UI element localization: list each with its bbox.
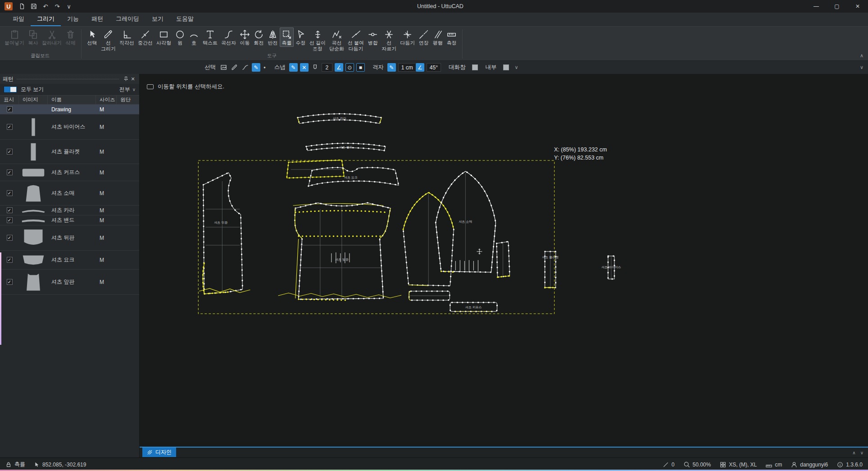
paste-button[interactable]: 붙여넣기: [3, 27, 26, 47]
options-overflow-button[interactable]: ∨: [860, 64, 863, 70]
close-panel-button[interactable]: ✕: [129, 76, 136, 82]
pen-select-toggle[interactable]: [230, 63, 239, 72]
user-status[interactable]: danggunyi6: [791, 462, 828, 468]
piece-front[interactable]: 셔츠 앞판: [199, 203, 401, 300]
piece-band[interactable]: 셔츠 밴드: [306, 143, 386, 151]
list-item-placket[interactable]: ✓ 셔츠 플라켓 M: [0, 140, 139, 164]
drawing-canvas[interactable]: 셔츠 카라 셔츠 밴드 셔츠 뒤판: [140, 74, 868, 447]
piece-placket[interactable]: 셔츠 플라켓: [542, 252, 559, 288]
menu-function[interactable]: 기능: [61, 13, 85, 26]
visibility-checkbox[interactable]: ✓: [7, 235, 13, 241]
undo-button[interactable]: ↶: [40, 0, 51, 13]
piece-bias[interactable]: 셔츠 바이어스: [601, 256, 621, 279]
filter-dropdown[interactable]: 전부 ∨: [119, 86, 136, 93]
curve-select-toggle[interactable]: [241, 63, 250, 72]
minimize-button[interactable]: —: [806, 0, 827, 13]
tool-line-draw[interactable]: 선 그리기: [99, 27, 118, 52]
sizes-status[interactable]: XS, (M), XL: [720, 462, 757, 468]
snap-endpoint-toggle[interactable]: ⊙: [345, 63, 354, 72]
tool-modify[interactable]: 수정: [294, 27, 308, 47]
list-item-front[interactable]: ✓ 셔츠 앞판 M: [0, 270, 139, 295]
piece-cuff-2[interactable]: 셔츠 커프스: [450, 302, 497, 311]
tool-text[interactable]: 텍스트: [201, 27, 219, 47]
tool-middle-line[interactable]: 중간선: [136, 27, 155, 47]
copy-button[interactable]: 복사: [26, 27, 40, 47]
redo-button[interactable]: ↷: [51, 0, 63, 13]
list-item-bias[interactable]: ✓ 셔츠 바이어스 M: [0, 114, 139, 140]
snap-pencil-toggle[interactable]: ✎: [289, 63, 298, 72]
tab-scroll-down-button[interactable]: ∨: [860, 450, 863, 455]
tool-arc[interactable]: 호: [187, 27, 201, 47]
menu-file[interactable]: 파일: [6, 13, 31, 26]
list-item-drawing[interactable]: ✓ Drawing M: [0, 105, 139, 114]
piece-back[interactable]: 셔츠 뒤판: [203, 173, 242, 294]
visibility-checkbox[interactable]: ✓: [7, 279, 13, 285]
tool-line-cut[interactable]: 선 자르기: [380, 27, 398, 52]
list-item-back[interactable]: ✓ 셔츠 뒤판 M: [0, 225, 139, 251]
tool-curve-simplify[interactable]: 곡선 단순화: [327, 27, 346, 52]
inner-checkbox[interactable]: [503, 64, 509, 70]
piece-sleeve-left[interactable]: [403, 192, 454, 286]
unit-status[interactable]: cm: [766, 462, 782, 468]
menu-grading[interactable]: 그레이딩: [109, 13, 145, 26]
tool-perpendicular-line[interactable]: 직각선: [118, 27, 136, 47]
pencil-select-toggle-active[interactable]: ✎: [252, 63, 260, 72]
selection-bounding-box[interactable]: [198, 160, 554, 314]
tool-line-length[interactable]: 선 길이 조정: [308, 27, 327, 52]
piece-sleeve-right[interactable]: 셔츠 소매: [436, 171, 495, 272]
tool-scale[interactable]: 측률: [280, 27, 294, 47]
tool-mirror[interactable]: 반전: [266, 27, 280, 47]
piece-collar[interactable]: 셔츠 카라: [298, 114, 382, 124]
visibility-checkbox[interactable]: ✓: [7, 257, 13, 263]
visibility-checkbox[interactable]: ✓: [7, 149, 13, 155]
image-select-toggle[interactable]: [219, 63, 228, 72]
quickbar-customize-button[interactable]: ∨: [63, 0, 75, 13]
menu-draw[interactable]: 그리기: [31, 13, 61, 26]
pin-panel-button[interactable]: [122, 76, 129, 82]
maximize-button[interactable]: ▢: [827, 0, 847, 13]
list-item-band[interactable]: ✓ 셔츠 밴드 M: [0, 215, 139, 225]
close-button[interactable]: ✕: [847, 0, 868, 13]
snap-angle-toggle[interactable]: ∠: [335, 63, 343, 72]
tool-rectangle[interactable]: 사각형: [155, 27, 173, 47]
grid-size-input[interactable]: 1 cm: [398, 63, 416, 72]
snap-magnet-toggle[interactable]: [311, 63, 319, 72]
snap-intersection-toggle[interactable]: ✕: [300, 63, 309, 72]
tool-extend[interactable]: 연장: [417, 27, 431, 47]
ribbon-collapse-button[interactable]: ∧: [860, 53, 863, 59]
new-file-button[interactable]: [16, 0, 28, 13]
menu-help[interactable]: 도움말: [170, 13, 200, 26]
grid-angle-input[interactable]: 45°: [427, 63, 441, 72]
tool-parallel[interactable]: 평행: [431, 27, 445, 47]
list-item-yoke[interactable]: ✓ 셔츠 요크 M: [0, 251, 139, 270]
tool-measure[interactable]: 측정: [445, 27, 459, 47]
visibility-checkbox[interactable]: ✓: [7, 106, 13, 112]
tool-curve-ruler[interactable]: 곡선자: [219, 27, 238, 47]
delete-button[interactable]: 삭제: [64, 27, 77, 47]
piece-small-strip[interactable]: [496, 242, 509, 277]
list-item-collar[interactable]: ✓ 셔츠 카라 M: [0, 206, 139, 215]
visibility-checkbox[interactable]: ✓: [7, 207, 13, 213]
cut-button[interactable]: 잘라내기: [40, 27, 64, 47]
tool-select[interactable]: 선택: [85, 27, 99, 47]
snap-fill-toggle[interactable]: ■: [356, 63, 365, 72]
menu-view[interactable]: 보기: [145, 13, 170, 26]
tool-rotate[interactable]: 회전: [252, 27, 266, 47]
visibility-checkbox[interactable]: ✓: [7, 190, 13, 196]
tool-circle[interactable]: 원: [173, 27, 187, 47]
dialog-checkbox[interactable]: [472, 64, 478, 70]
tool-line-attach-trim[interactable]: 선 붙여 다듬기: [346, 27, 366, 52]
tab-scroll-up-button[interactable]: ∧: [852, 450, 855, 455]
tool-trim[interactable]: 다듬기: [398, 27, 417, 47]
zoom-status[interactable]: 50.00%: [684, 462, 711, 468]
snap-tolerance-input[interactable]: 2: [322, 63, 332, 72]
show-all-toggle[interactable]: [4, 86, 17, 93]
list-item-sleeve[interactable]: ✓ 셔츠 소매 M: [0, 181, 139, 206]
tool-move[interactable]: 이동: [238, 27, 252, 47]
point-mode-icon[interactable]: ●: [264, 65, 266, 69]
tool-merge[interactable]: 병합: [366, 27, 380, 47]
list-item-cuffs[interactable]: ✓ 셔츠 커프스 M: [0, 164, 139, 181]
save-button[interactable]: [28, 0, 40, 13]
grid-pencil-toggle[interactable]: ✎: [387, 63, 396, 72]
piece-selected-strip[interactable]: [287, 160, 344, 178]
